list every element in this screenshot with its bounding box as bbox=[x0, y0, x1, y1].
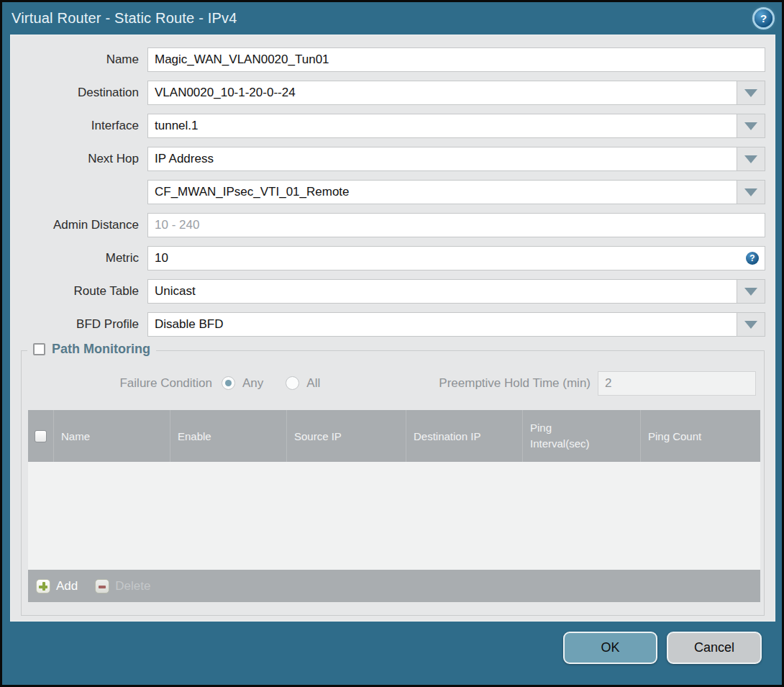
admin-distance-label: Admin Distance bbox=[11, 218, 147, 232]
chevron-down-icon bbox=[744, 288, 757, 296]
path-monitoring-legend: Path Monitoring bbox=[27, 342, 156, 357]
destination-label: Destination bbox=[11, 86, 147, 100]
dialog-title: Virtual Router - Static Route - IPv4 bbox=[12, 10, 755, 27]
column-header-source-ip: Source IP bbox=[287, 410, 406, 462]
dialog-content: Name Destination Interface bbox=[10, 35, 775, 622]
failure-condition-label: Failure Condition bbox=[22, 376, 222, 391]
next-hop-address-input[interactable] bbox=[147, 180, 737, 204]
interface-label: Interface bbox=[11, 119, 147, 133]
dialog-window: Virtual Router - Static Route - IPv4 ? N… bbox=[0, 0, 784, 687]
plus-icon bbox=[36, 579, 50, 593]
route-table-input[interactable] bbox=[147, 279, 737, 304]
table-toolbar: Add Delete bbox=[28, 570, 760, 602]
column-header-ping-interval: Ping Interval(sec) bbox=[523, 410, 641, 462]
add-button[interactable]: Add bbox=[36, 579, 78, 593]
bfd-profile-dropdown-button[interactable] bbox=[737, 312, 765, 337]
next-hop-label: Next Hop bbox=[11, 152, 147, 166]
failure-condition-all-radio[interactable] bbox=[286, 376, 299, 390]
failure-condition-any-label: Any bbox=[242, 376, 263, 391]
failure-condition-row: Failure Condition Any All Preemptive Hol… bbox=[22, 370, 764, 396]
chevron-down-icon bbox=[744, 321, 757, 329]
column-header-name: Name bbox=[54, 410, 170, 462]
path-monitoring-title: Path Monitoring bbox=[52, 342, 150, 357]
metric-input[interactable] bbox=[147, 246, 765, 270]
table-body-empty bbox=[28, 462, 760, 570]
select-all-checkbox[interactable] bbox=[35, 430, 47, 442]
next-hop-row: Next Hop bbox=[11, 147, 775, 171]
name-input[interactable] bbox=[147, 47, 765, 72]
next-hop-type-input[interactable] bbox=[147, 147, 737, 171]
bfd-profile-row: BFD Profile bbox=[11, 312, 775, 337]
failure-condition-all-label: All bbox=[306, 376, 320, 391]
table-header: Name Enable Source IP Destination IP Pin… bbox=[28, 410, 760, 462]
admin-distance-row: Admin Distance bbox=[11, 213, 775, 237]
next-hop-address-row bbox=[11, 180, 775, 204]
name-row: Name bbox=[11, 47, 775, 72]
column-header-label: Destination IP bbox=[414, 430, 480, 442]
interface-dropdown-button[interactable] bbox=[737, 114, 765, 138]
next-hop-dropdown-button[interactable] bbox=[737, 147, 765, 171]
static-route-form: Name Destination Interface bbox=[11, 35, 775, 337]
interface-row: Interface bbox=[11, 114, 775, 138]
failure-condition-any-radio[interactable] bbox=[222, 376, 235, 390]
route-table-dropdown-button[interactable] bbox=[737, 279, 765, 304]
column-header-label: Ping Interval(sec) bbox=[530, 420, 602, 452]
ok-button[interactable]: OK bbox=[563, 632, 657, 664]
column-header-destination-ip: Destination IP bbox=[406, 410, 523, 462]
admin-distance-input[interactable] bbox=[147, 213, 765, 237]
column-header-enable: Enable bbox=[170, 410, 287, 462]
preemptive-hold-label: Preemptive Hold Time (min) bbox=[439, 376, 591, 391]
column-header-label: Ping Count bbox=[648, 430, 701, 442]
chevron-down-icon bbox=[744, 188, 757, 196]
column-header-label: Name bbox=[61, 430, 90, 442]
path-monitoring-table: Name Enable Source IP Destination IP Pin… bbox=[28, 410, 760, 602]
chevron-down-icon bbox=[744, 89, 757, 97]
chevron-down-icon bbox=[744, 155, 757, 163]
metric-help-icon[interactable]: ? bbox=[746, 252, 759, 265]
route-table-row: Route Table bbox=[11, 279, 775, 304]
column-header-ping-count: Ping Count bbox=[641, 410, 760, 462]
interface-input[interactable] bbox=[147, 114, 737, 138]
column-header-label: Enable bbox=[178, 430, 211, 442]
bfd-profile-input[interactable] bbox=[147, 312, 737, 337]
chevron-down-icon bbox=[744, 122, 757, 130]
destination-row: Destination bbox=[11, 81, 775, 105]
destination-dropdown-button[interactable] bbox=[737, 81, 765, 105]
preemptive-hold-input[interactable] bbox=[598, 371, 756, 396]
route-table-label: Route Table bbox=[11, 284, 147, 299]
bfd-profile-label: BFD Profile bbox=[11, 317, 147, 332]
help-icon[interactable]: ? bbox=[755, 9, 772, 27]
path-monitoring-checkbox[interactable] bbox=[33, 343, 45, 355]
metric-row: Metric ? bbox=[11, 246, 775, 270]
add-button-label: Add bbox=[56, 579, 78, 593]
destination-input[interactable] bbox=[147, 81, 737, 105]
dialog-titlebar: Virtual Router - Static Route - IPv4 ? bbox=[2, 2, 782, 35]
next-hop-address-dropdown-button[interactable] bbox=[737, 180, 765, 204]
path-monitoring-section: Path Monitoring Failure Condition Any Al… bbox=[21, 350, 765, 616]
select-all-cell bbox=[28, 410, 54, 462]
cancel-button[interactable]: Cancel bbox=[667, 632, 762, 664]
metric-label: Metric bbox=[11, 251, 147, 265]
minus-icon bbox=[95, 579, 109, 593]
delete-button-label: Delete bbox=[115, 579, 150, 593]
column-header-label: Source IP bbox=[294, 430, 342, 442]
delete-button[interactable]: Delete bbox=[95, 579, 150, 593]
name-label: Name bbox=[11, 53, 147, 67]
